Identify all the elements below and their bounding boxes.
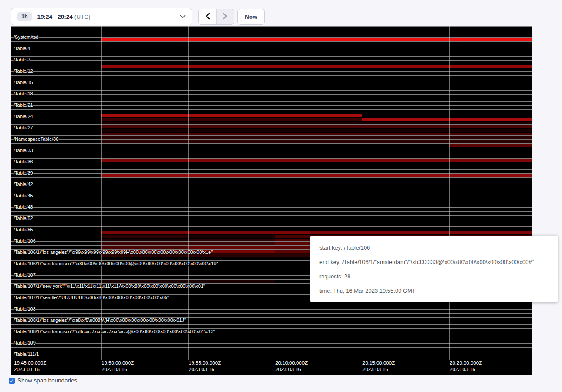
heatmap-sub-row <box>11 41 532 45</box>
heatmap-sub-row <box>11 75 532 79</box>
heatmap-sub-row <box>11 347 532 351</box>
heatmap-sub-row <box>11 351 532 355</box>
row-label: /Table/107 <box>14 272 36 277</box>
heatmap-sub-row <box>11 181 532 185</box>
heat-band <box>101 140 532 143</box>
prev-time-button[interactable] <box>199 9 216 24</box>
heatmap-sub-row <box>11 177 532 181</box>
heatmap-sub-row <box>11 56 532 60</box>
heatmap-sub-row <box>11 185 532 189</box>
time-gridline <box>449 26 450 360</box>
time-tick-label: 19:55:00.000Z2023-03-16 <box>189 360 221 372</box>
span-tooltip: start key: /Table/106end key: /Table/106… <box>310 236 558 302</box>
heatmap-sub-row <box>11 124 532 128</box>
heat-band <box>101 239 188 242</box>
heatmap-rows <box>11 26 532 358</box>
heatmap-sub-row <box>11 98 532 102</box>
chevron-right-icon <box>222 13 228 21</box>
row-label: /Table/24 <box>14 114 33 119</box>
row-label: /Table/108/1/"san francisco"/"\x8c\xcc\x… <box>14 329 215 334</box>
heat-band <box>101 136 532 139</box>
row-label: /Table/7 <box>14 57 30 62</box>
heatmap-sub-row <box>11 45 532 49</box>
row-label: /Table/18 <box>14 91 33 96</box>
show-span-boundaries-checkbox[interactable]: ✓ <box>9 378 15 384</box>
time-range-text: 19:24 - 20:24 <box>37 14 73 20</box>
row-label: /Table/48 <box>14 204 33 210</box>
heatmap-sub-row <box>11 340 532 344</box>
row-label: /Table/106/1/"los angeles"/"\x99\x99\x99… <box>14 250 213 255</box>
heatmap-sub-row <box>11 139 532 143</box>
heatmap-sub-row <box>11 211 532 215</box>
heat-band <box>101 114 362 117</box>
heatmap-sub-row <box>11 169 532 173</box>
heat-band <box>101 246 188 249</box>
heatmap-sub-row <box>11 313 532 317</box>
row-label: /Table/42 <box>14 182 33 187</box>
heat-band <box>101 65 532 68</box>
heatmap-sub-row <box>11 207 532 211</box>
row-label: /Table/107/1/"seattle"/"UUUUUUD\x00\x80\… <box>14 295 169 300</box>
time-gridline <box>275 26 275 360</box>
row-label: /Table/106 <box>14 238 36 243</box>
keyspace-heatmap-panel[interactable]: /System/tsd/Table/4/Table/7/Table/12/Tab… <box>11 26 532 375</box>
heat-band <box>101 122 532 125</box>
heatmap-sub-row <box>11 226 532 230</box>
heatmap-sub-row <box>11 343 532 347</box>
heatmap-sub-row <box>11 355 532 358</box>
timezone-text: (UTC) <box>74 14 91 20</box>
heatmap-sub-row <box>11 200 532 204</box>
show-span-boundaries-label: Show span boundaries <box>17 377 77 384</box>
next-time-button[interactable] <box>216 9 234 24</box>
row-label: /Table/111/1 <box>14 351 39 357</box>
heatmap-sub-row <box>11 37 532 41</box>
row-label: /Table/39 <box>14 170 33 176</box>
heatmap-sub-row <box>11 79 532 83</box>
row-label: /Table/36 <box>14 159 33 164</box>
heatmap-sub-row <box>11 302 532 306</box>
time-gridline <box>362 26 362 360</box>
heatmap-sub-row <box>11 121 532 125</box>
heatmap-sub-row <box>11 109 532 113</box>
row-label: /Table/108 <box>14 306 36 311</box>
heatmap-sub-row <box>11 101 532 105</box>
time-gridline <box>101 26 102 360</box>
row-label: /Table/12 <box>14 68 33 74</box>
row-label: /NamespaceTable/30 <box>14 136 58 142</box>
row-label: /Table/109 <box>14 340 36 345</box>
row-label: /Table/108/1/"los angeles"/"\xa8\xf5\u00… <box>14 318 186 323</box>
heatmap-sub-row <box>11 87 532 91</box>
chevron-down-icon <box>180 15 186 19</box>
heatmap-sub-row <box>11 26 532 30</box>
heatmap-sub-row <box>11 158 532 162</box>
heatmap-sub-row <box>11 189 532 193</box>
heat-band <box>188 246 275 249</box>
heatmap-sub-row <box>11 155 532 159</box>
heatmap-sub-row <box>11 204 532 208</box>
heat-band <box>101 129 532 132</box>
heatmap-sub-row <box>11 173 532 177</box>
row-label: /Table/106/1/"san francisco"/"\x80\x00\x… <box>14 261 218 266</box>
chevron-left-icon <box>205 13 210 21</box>
heatmap-sub-row <box>11 336 532 340</box>
time-tick-label: 20:15:00.000Z2023-03-16 <box>362 360 395 372</box>
time-range-select[interactable]: 1h 19:24 - 20:24 (UTC) <box>11 8 192 25</box>
heat-band <box>101 125 532 128</box>
heatmap-sub-row <box>11 90 532 94</box>
tooltip-line: end key: /Table/106/1/"amsterdam"/"\xb33… <box>319 255 554 269</box>
heat-band <box>188 239 275 242</box>
heat-band <box>101 133 532 136</box>
heatmap-sub-row <box>11 132 532 136</box>
heatmap-sub-row <box>11 143 532 147</box>
heatmap-sub-row <box>11 324 532 328</box>
row-label: /Table/107/1/"new york"/"\x11\x11\x11\x1… <box>14 284 205 289</box>
row-label: /System/tsd <box>14 34 38 40</box>
now-button[interactable]: Now <box>237 9 265 25</box>
time-gridline <box>188 26 189 360</box>
heat-band <box>101 38 532 41</box>
heat-band <box>101 231 532 234</box>
time-nav-group <box>198 9 234 25</box>
heatmap-sub-row <box>11 196 532 200</box>
row-label: /Table/15 <box>14 80 33 85</box>
heatmap-sub-row <box>11 53 532 57</box>
